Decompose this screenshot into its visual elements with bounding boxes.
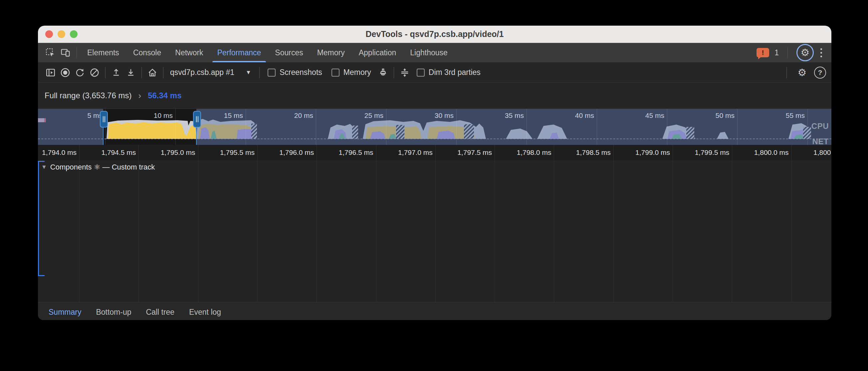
- ruler-tick-line: [138, 145, 139, 160]
- overview-tick-line: [316, 109, 316, 145]
- shortcuts-dialog-button[interactable]: [397, 65, 412, 80]
- tab-application[interactable]: Application: [352, 43, 403, 62]
- chart-grid-line: [316, 160, 317, 302]
- issues-count[interactable]: 1: [774, 48, 779, 57]
- ruler-tick-label: 1,797.0 ms: [383, 145, 433, 160]
- checkbox-label: Dim 3rd parties: [429, 68, 480, 77]
- tab-console[interactable]: Console: [126, 43, 168, 62]
- memory-checkbox[interactable]: Memory: [332, 68, 371, 77]
- separator: [142, 67, 142, 78]
- record-icon: [60, 67, 70, 78]
- inspect-element-button[interactable]: [42, 45, 58, 60]
- more-options-button[interactable]: [819, 47, 824, 59]
- bottom-tab-bottom-up[interactable]: Bottom-up: [89, 303, 138, 320]
- chart-grid-line: [198, 160, 198, 302]
- chart-grid-line: [732, 160, 732, 302]
- overview-tick-label: 55 ms: [768, 112, 805, 119]
- ruler-tick-line: [732, 145, 732, 160]
- separator: [76, 47, 77, 58]
- chart-grid-line: [792, 160, 792, 302]
- overview-tick-line: [667, 109, 667, 145]
- checkbox-icon: [268, 68, 276, 77]
- main-tabbar: ElementsConsoleNetworkPerformanceSources…: [38, 43, 831, 63]
- bottom-tab-summary[interactable]: Summary: [41, 303, 89, 320]
- separator: [787, 47, 788, 58]
- selection-handle-left[interactable]: [100, 111, 108, 127]
- tab-sources[interactable]: Sources: [268, 43, 310, 62]
- record-button[interactable]: [58, 65, 72, 80]
- overview-tick-label: 5 ms: [66, 112, 102, 119]
- bottom-tab-event-log[interactable]: Event log: [182, 303, 228, 320]
- target-selector[interactable]: qsvd7p.csb.app #1: [170, 68, 234, 77]
- chevron-down-icon[interactable]: ▼: [246, 69, 251, 76]
- panel-left-icon: [45, 67, 56, 78]
- gear-icon: ⚙: [798, 67, 807, 78]
- tab-network[interactable]: Network: [168, 43, 210, 62]
- ruler-tick-line: [554, 145, 554, 160]
- home-button[interactable]: [145, 65, 160, 80]
- help-button[interactable]: ?: [814, 66, 826, 79]
- full-range-breadcrumb[interactable]: Full range (3,653.76 ms): [44, 91, 131, 100]
- flame-chart[interactable]: ▼ Components ⚛ — Custom track RouterAppH…: [38, 160, 831, 302]
- ruler-tick-label: 1,795.0 ms: [146, 145, 195, 160]
- settings-button-focused[interactable]: ⚙: [797, 44, 814, 61]
- ruler-tick-line: [613, 145, 614, 160]
- download-icon: [126, 67, 136, 78]
- reload-and-record-button[interactable]: [72, 65, 87, 80]
- upload-profile-button[interactable]: [109, 65, 123, 80]
- ruler-tick-line: [792, 145, 792, 160]
- separator: [105, 67, 105, 78]
- separator: [394, 67, 394, 78]
- toolbar-right-cluster: ⚙ ?: [783, 65, 826, 80]
- detail-time-ruler: 1,794.0 ms1,794.5 ms1,795.0 ms1,795.5 ms…: [38, 145, 831, 160]
- home-icon: [148, 67, 157, 78]
- ruler-tick-label: 1,796.0 ms: [264, 145, 314, 160]
- ruler-tick-line: [376, 145, 376, 160]
- bottom-tab-call-tree[interactable]: Call tree: [139, 303, 182, 320]
- track-selection-bracket: [38, 161, 44, 276]
- overview-tick-line: [246, 109, 246, 145]
- dim-3rd-parties-checkbox[interactable]: Dim 3rd parties: [417, 68, 480, 77]
- tab-elements[interactable]: Elements: [80, 43, 126, 62]
- net-lane-label: NET: [812, 137, 829, 145]
- chart-grid-line: [257, 160, 258, 302]
- screen: { "window": { "title": "DevTools - qsvd7…: [0, 0, 868, 371]
- clear-button[interactable]: [87, 65, 102, 80]
- inspect-icon: [45, 48, 55, 58]
- chart-grid-line: [613, 160, 614, 302]
- collect-garbage-button[interactable]: [376, 65, 391, 80]
- download-profile-button[interactable]: [123, 65, 138, 80]
- separator: [786, 67, 787, 78]
- track-header[interactable]: ▼ Components ⚛ — Custom track: [41, 163, 155, 172]
- titlebar: DevTools - qsvd7p.csb.app/video/1: [38, 26, 831, 43]
- selection-guide-left: [103, 125, 103, 145]
- screenshots-checkbox[interactable]: Screenshots: [268, 68, 322, 77]
- overview-tick-line: [737, 109, 738, 145]
- ruler-tick-label: 1,796.5 ms: [323, 145, 373, 160]
- selection-handle-right[interactable]: [193, 111, 201, 127]
- cpu-lane-label: CPU: [811, 121, 829, 131]
- tab-lighthouse[interactable]: Lighthouse: [403, 43, 455, 62]
- ruler-tick-label: 1,800.0 ms: [739, 145, 789, 160]
- timeline-overview[interactable]: 5 ms10 ms15 ms20 ms25 ms30 ms35 ms40 ms4…: [38, 109, 831, 145]
- upload-icon: [111, 67, 121, 78]
- checkbox-icon: [332, 68, 339, 77]
- performance-toolbar: qsvd7p.csb.app #1 ▼ Screenshots Memory D…: [38, 63, 831, 83]
- ruler-tick-label: 1,799.5 ms: [679, 145, 729, 160]
- chart-grid-line: [138, 160, 139, 302]
- ruler-tick-label: 1,795.5 ms: [205, 145, 255, 160]
- ruler-tick-label: 1,794.5 ms: [86, 145, 136, 160]
- capture-settings-button[interactable]: ⚙: [795, 65, 809, 80]
- ruler-tick-label: 1,800.5 ms: [798, 145, 831, 160]
- ruler-tick-label: 1,794.0 ms: [38, 145, 76, 160]
- issues-badge-icon[interactable]: !: [756, 48, 769, 57]
- tab-memory[interactable]: Memory: [310, 43, 352, 62]
- overview-tick-line: [807, 109, 808, 145]
- device-toolbar-button[interactable]: [58, 45, 73, 60]
- toggle-sidebar-button[interactable]: [43, 65, 58, 80]
- expander-icon[interactable]: ▼: [41, 164, 47, 171]
- chart-grid-line: [495, 160, 495, 302]
- track-title: Components ⚛ — Custom track: [50, 163, 155, 172]
- tab-performance[interactable]: Performance: [210, 43, 268, 62]
- selected-range-breadcrumb[interactable]: 56.34 ms: [148, 91, 181, 100]
